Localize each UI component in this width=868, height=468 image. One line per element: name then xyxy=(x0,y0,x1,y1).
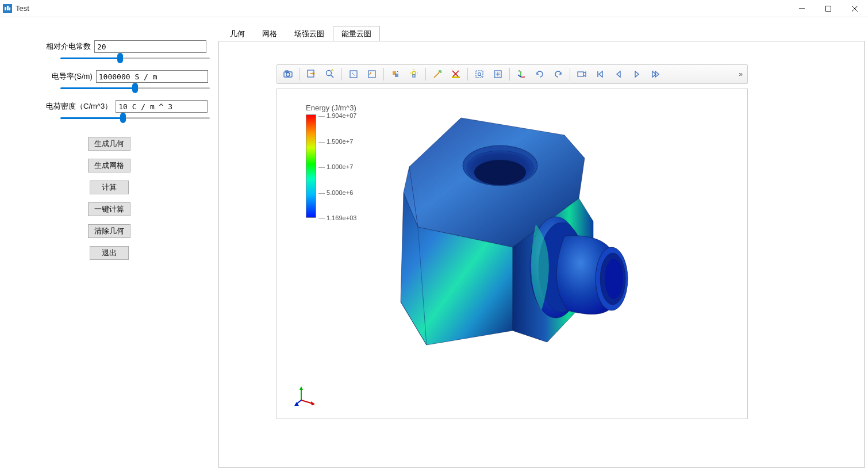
view-first-icon[interactable] xyxy=(592,66,609,82)
main: 相对介电常数 电导率(S/m) 电荷密度（C/m^3） xyxy=(0,17,868,468)
rotate-ccw-icon[interactable] xyxy=(531,66,548,82)
svg-marker-41 xyxy=(311,401,315,405)
reset-icon[interactable] xyxy=(363,66,381,82)
svg-text:z: z xyxy=(519,69,520,72)
triad-icon[interactable]: z xyxy=(513,66,530,82)
view-next-icon[interactable] xyxy=(628,66,646,82)
minimize-button[interactable] xyxy=(789,0,815,17)
charge-row: 电荷密度（C/m^3） xyxy=(6,100,213,113)
permittivity-label: 相对介电常数 xyxy=(46,41,91,52)
permittivity-row: 相对介电常数 xyxy=(6,40,213,53)
conductivity-slider-wrap xyxy=(6,85,213,100)
left-panel: 相对介电常数 电导率(S/m) 电荷密度（C/m^3） xyxy=(0,17,218,468)
tab-mesh[interactable]: 网格 xyxy=(254,26,286,41)
svg-marker-39 xyxy=(299,386,303,390)
svg-point-21 xyxy=(478,73,481,76)
fit-icon[interactable] xyxy=(489,66,506,82)
tab-energy[interactable]: 能量云图 xyxy=(333,26,380,41)
gen-mesh-button[interactable]: 生成网格 xyxy=(88,159,130,172)
roi-icon[interactable] xyxy=(471,66,488,82)
svg-point-8 xyxy=(286,73,290,76)
one-click-button[interactable]: 一键计算 xyxy=(88,202,130,216)
tab-field[interactable]: 场强云图 xyxy=(286,26,333,41)
viewport-toolbar: z » xyxy=(276,64,748,84)
tab-geometry[interactable]: 几何 xyxy=(221,26,254,41)
export-icon[interactable] xyxy=(303,66,320,82)
svg-line-22 xyxy=(481,75,482,77)
svg-point-37 xyxy=(605,259,623,299)
conductivity-label: 电导率(S/m) xyxy=(52,71,93,82)
app-icon xyxy=(3,4,12,13)
viewport[interactable]: Energy (J/m^3) 1.904e+07 1.500e+7 1.000e… xyxy=(276,89,748,419)
box-select-icon[interactable] xyxy=(345,66,362,82)
colorbar xyxy=(306,114,316,218)
conductivity-input[interactable] xyxy=(96,70,208,83)
legend-tick: 1.000e+7 xyxy=(318,163,356,170)
maximize-button[interactable] xyxy=(815,0,842,17)
ruler-icon[interactable] xyxy=(447,66,464,82)
permittivity-input[interactable] xyxy=(94,40,206,53)
legend-title: Energy (J/m^3) xyxy=(306,103,356,112)
legend-tick: 1.904e+07 xyxy=(318,112,356,119)
show-hide-icon[interactable] xyxy=(387,66,404,82)
legend-tick: 1.500e+7 xyxy=(318,138,356,145)
charge-slider-wrap xyxy=(6,115,213,130)
svg-rect-4 xyxy=(826,6,831,11)
conductivity-slider[interactable] xyxy=(60,87,210,90)
svg-rect-19 xyxy=(452,76,460,78)
legend-labels: 1.904e+07 1.500e+7 1.000e+7 5.000e+6 1.1… xyxy=(318,112,356,221)
axes-triad xyxy=(294,384,317,407)
charge-input[interactable] xyxy=(116,100,208,113)
tabs: 几何 网格 场强云图 能量云图 xyxy=(218,26,868,41)
legend-tick: 5.000e+6 xyxy=(318,189,356,196)
probe-icon[interactable] xyxy=(429,66,446,82)
permittivity-slider-wrap xyxy=(6,55,213,70)
conductivity-row: 电导率(S/m) xyxy=(6,70,213,83)
calc-button[interactable]: 计算 xyxy=(90,181,129,194)
legend-tick: 1.169e+03 xyxy=(318,214,356,221)
rotate-cw-icon[interactable] xyxy=(550,66,567,82)
svg-rect-2 xyxy=(9,7,10,10)
svg-line-40 xyxy=(301,400,313,404)
charge-slider[interactable] xyxy=(60,117,210,120)
titlebar: Test xyxy=(0,0,868,17)
view-camera-icon[interactable] xyxy=(573,66,590,82)
view-last-icon[interactable] xyxy=(647,66,664,82)
charge-label: 电荷密度（C/m^3） xyxy=(46,101,112,112)
view-prev-icon[interactable] xyxy=(610,66,627,82)
close-button[interactable] xyxy=(842,0,868,17)
window-controls xyxy=(789,0,868,17)
svg-point-32 xyxy=(474,160,526,185)
titlebar-left: Test xyxy=(3,4,29,13)
camera-icon[interactable] xyxy=(279,66,297,82)
light-icon[interactable] xyxy=(405,66,423,82)
legend: Energy (J/m^3) 1.904e+07 1.500e+7 1.000e… xyxy=(306,103,356,221)
gen-geom-button[interactable]: 生成几何 xyxy=(88,137,130,151)
right-panel: 几何 网格 场强云图 能量云图 xyxy=(218,17,868,468)
svg-line-26 xyxy=(518,75,521,77)
zoom-icon[interactable] xyxy=(321,66,339,82)
tab-content: z » Energy (J/m^3) 1.904e+07 xyxy=(218,41,865,468)
permittivity-slider[interactable] xyxy=(60,57,210,60)
part-model xyxy=(375,103,645,362)
svg-rect-1 xyxy=(7,6,9,10)
toolbar-more-icon[interactable]: » xyxy=(739,70,745,78)
exit-button[interactable]: 退出 xyxy=(90,246,129,260)
svg-rect-28 xyxy=(578,72,583,76)
svg-line-12 xyxy=(331,75,333,78)
button-column: 生成几何 生成网格 计算 一键计算 清除几何 退出 xyxy=(6,137,213,260)
svg-point-15 xyxy=(412,71,416,75)
window-title: Test xyxy=(16,4,29,13)
svg-rect-0 xyxy=(5,7,6,10)
clear-geom-button[interactable]: 清除几何 xyxy=(88,224,130,238)
